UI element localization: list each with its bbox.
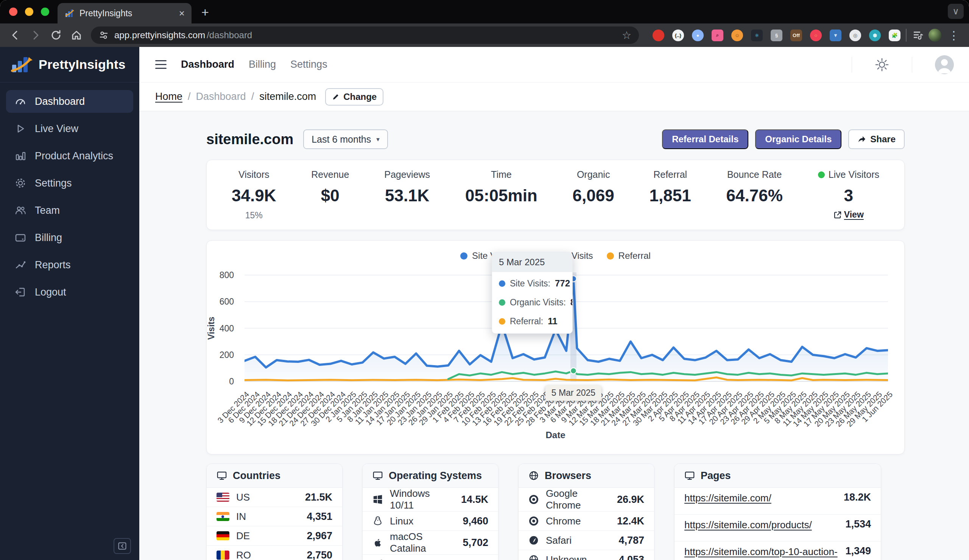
browser-row[interactable]: Google Chrome26.9K (519, 488, 654, 512)
minimize-window-button[interactable] (25, 8, 33, 16)
bookmark-star-icon[interactable]: ☆ (622, 29, 631, 42)
share-button[interactable]: Share (848, 130, 905, 149)
hamburger-menu-icon[interactable] (155, 60, 166, 69)
browser-row[interactable]: Unknown4,053 (519, 550, 654, 560)
browser-menu-kebab-icon[interactable]: ⋮ (948, 29, 959, 42)
pocket-extension-icon[interactable]: ○ (810, 30, 822, 41)
breadcrumb-separator: / (188, 91, 191, 103)
os-row[interactable]: macOS Catalina5,702 (363, 531, 498, 555)
page-row[interactable]: https://sitemile.com/products/1,534 (674, 515, 881, 542)
sidebar-item-billing[interactable]: Billing (6, 226, 133, 249)
fullscreen-window-button[interactable] (41, 8, 49, 16)
country-row[interactable]: US21.5K (206, 488, 342, 507)
breadcrumb-current-site: sitemile.com (259, 91, 316, 103)
tab-search-caret-button[interactable]: ∨ (948, 4, 964, 19)
page-link[interactable]: https://sitemile.com/top-10-auction-apps… (684, 545, 838, 560)
topnav-settings[interactable]: Settings (290, 59, 327, 70)
browser-row[interactable]: Safari4,787 (519, 531, 654, 550)
sidebar-item-team[interactable]: Team (6, 199, 133, 222)
browser-tab[interactable]: PrettyInsights × (58, 3, 191, 23)
countries-card: Countries US21.5K IN4,351 DE2,967 RO2,75… (206, 464, 343, 560)
page-row[interactable]: https://sitemile.com/18.2K (674, 488, 881, 515)
breadcrumb-section[interactable]: Dashboard (196, 91, 246, 103)
theme-sun-icon[interactable] (875, 58, 889, 72)
react-devtools-extension-icon[interactable]: ⚛ (751, 30, 763, 41)
sidebar-item-label: Logout (35, 286, 66, 298)
sidebar-item-settings[interactable]: Settings (6, 172, 133, 194)
page-link[interactable]: https://sitemile.com/ (684, 492, 837, 505)
page-title: sitemile.com (206, 131, 293, 148)
paint-extension-icon[interactable]: ▼ (830, 30, 841, 41)
country-row[interactable]: RO2,750 (206, 546, 342, 560)
apple-icon (373, 537, 383, 548)
notes-extension-icon[interactable]: § (771, 30, 783, 41)
close-window-button[interactable] (9, 8, 17, 16)
reload-button[interactable] (48, 27, 64, 43)
home-button[interactable] (68, 27, 85, 43)
sidebar-item-reports[interactable]: Reports (6, 254, 133, 276)
stats-summary-card: Visitors 34.9K 15% Revenue$0 Pageviews53… (206, 160, 905, 230)
de-flag-icon (216, 531, 230, 540)
sidebar-nav: Dashboard Live View Product Analytics Se… (0, 83, 139, 304)
sidebar-collapse-button[interactable] (113, 538, 131, 554)
referral-details-button[interactable]: Referral Details (662, 130, 748, 149)
legend-referral[interactable]: Referral (607, 251, 651, 261)
new-tab-button[interactable]: + (201, 5, 209, 20)
sidebar-item-dashboard[interactable]: Dashboard (6, 90, 133, 113)
sidebar: PrettyInsights Dashboard Live View Produ… (0, 47, 139, 560)
browser-profile-avatar[interactable] (929, 29, 941, 42)
us-flag-icon (216, 493, 230, 502)
address-bar[interactable]: app.prettyinsights.com/dashboard ☆ (91, 27, 639, 44)
tab-close-icon[interactable]: × (179, 8, 185, 18)
back-button[interactable] (7, 27, 23, 43)
topnav-dashboard[interactable]: Dashboard (181, 59, 234, 70)
loom-extension-icon[interactable]: ● (692, 30, 704, 41)
credit-card-icon (14, 231, 27, 244)
page-link[interactable]: https://sitemile.com/products/ (684, 518, 838, 532)
change-site-button[interactable]: Change (325, 88, 383, 106)
app-root: PrettyInsights Dashboard Live View Produ… (0, 47, 969, 560)
breadcrumb-home-link[interactable]: Home (155, 91, 182, 103)
monitor-icon (373, 470, 383, 481)
country-row[interactable]: DE2,967 (206, 526, 342, 546)
sidebar-item-logout[interactable]: Logout (6, 281, 133, 304)
color-picker-extension-icon[interactable]: ⌕ (712, 30, 723, 41)
code-block-extension-icon[interactable]: {..} (672, 30, 684, 41)
topnav-billing[interactable]: Billing (249, 59, 276, 70)
sidebar-item-label: Team (35, 205, 60, 216)
country-row[interactable]: IN4,351 (206, 507, 342, 526)
brand: PrettyInsights (0, 47, 139, 83)
breadcrumb-separator: / (251, 91, 255, 103)
url-host: app.prettyinsights.com (114, 30, 205, 40)
os-row[interactable]: Windows5,661 (363, 555, 498, 560)
site-settings-icon[interactable] (98, 30, 109, 40)
breakdown-cards-row: Countries US21.5K IN4,351 DE2,967 RO2,75… (206, 464, 905, 560)
title-row: sitemile.com Last 6 months▾ Referral Det… (206, 130, 905, 149)
ro-flag-icon (216, 550, 230, 560)
bot-extension-icon[interactable]: ☺ (731, 30, 743, 41)
stat-pageviews: Pageviews53.1K (384, 169, 430, 230)
extensions-puzzle-icon[interactable]: 🧩 (889, 30, 901, 41)
browser-row[interactable]: Chrome12.4K (519, 512, 654, 531)
live-visitors-view-link[interactable]: View (834, 209, 864, 220)
adblock-extension-icon[interactable] (653, 30, 664, 41)
forward-button[interactable] (27, 27, 44, 43)
user-avatar[interactable] (935, 55, 954, 74)
scatter-line-icon (14, 259, 27, 271)
os-row[interactable]: Windows 10/1114.5K (363, 488, 498, 512)
webgl-extension-icon[interactable]: ⬢ (869, 30, 881, 41)
breadcrumb: Home / Dashboard / sitemile.com Change (139, 82, 969, 111)
media-playlist-icon[interactable] (912, 29, 925, 42)
sidebar-item-product-analytics[interactable]: Product Analytics (6, 145, 133, 167)
organic-details-button[interactable]: Organic Details (755, 130, 841, 149)
app-header: Dashboard Billing Settings (139, 47, 969, 82)
target-extension-icon[interactable]: ◎ (849, 30, 861, 41)
off-toggle-extension-icon[interactable]: Off (790, 30, 802, 41)
sidebar-item-live-view[interactable]: Live View (6, 117, 133, 140)
chrome-icon (528, 494, 539, 505)
page-row[interactable]: https://sitemile.com/top-10-auction-apps… (674, 542, 881, 560)
os-row[interactable]: Linux9,460 (363, 512, 498, 531)
header-divider (912, 57, 912, 73)
date-range-dropdown[interactable]: Last 6 months▾ (303, 130, 388, 149)
bar-chart-icon (14, 150, 27, 162)
